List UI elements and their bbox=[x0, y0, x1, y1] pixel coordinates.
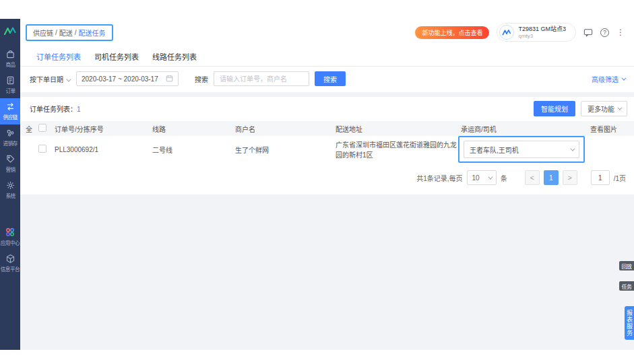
column-carrier-driver: 承运商/司机 bbox=[461, 124, 590, 134]
date-range-picker[interactable]: 2020-03-17 ~ 2020-03-17 bbox=[76, 71, 179, 86]
date-type-label: 按下单日期 bbox=[30, 76, 63, 83]
list-title: 订单任务列表：1 bbox=[30, 104, 81, 114]
column-line: 线路 bbox=[152, 124, 235, 134]
calendar-icon bbox=[166, 75, 173, 83]
row-checkbox[interactable] bbox=[38, 145, 46, 153]
bag-icon bbox=[5, 49, 15, 59]
tab-order-task-list[interactable]: 订单任务列表 bbox=[30, 46, 88, 66]
breadcrumb: 供应链 / 配送 / 配送任务 bbox=[26, 24, 113, 41]
search-button[interactable]: 搜索 bbox=[315, 71, 346, 86]
supply-chain-icon bbox=[5, 102, 15, 112]
column-order-no: 订单号/分拣序号 bbox=[55, 124, 152, 134]
sidebar-item-label: 订单 bbox=[5, 87, 15, 94]
new-feature-badge[interactable]: 新功能上线，点击查看 bbox=[415, 26, 489, 39]
page-jump-input[interactable] bbox=[591, 170, 610, 185]
user-name: T29831 GM站点3 bbox=[518, 26, 566, 33]
help-icon[interactable]: ? bbox=[600, 28, 609, 37]
chevron-down-icon bbox=[570, 146, 575, 151]
sidebar-item-supply-chain[interactable]: 供应链 bbox=[0, 98, 20, 124]
column-address: 配送地址 bbox=[336, 124, 461, 134]
sidebar: 商品 订单 供应链 bbox=[0, 19, 20, 350]
row-checkbox-cell bbox=[38, 145, 55, 154]
marketing-icon bbox=[5, 154, 15, 164]
pagination: 共1条记录,每页 10 条 < 1 > /1页 bbox=[20, 163, 634, 192]
row-order-no: PLL3000692/1 bbox=[55, 146, 152, 153]
breadcrumb-separator: / bbox=[75, 29, 77, 36]
carrier-driver-select[interactable]: 王者车队,王司机 bbox=[464, 141, 579, 158]
app-logo[interactable] bbox=[0, 19, 20, 46]
user-menu[interactable]: T29831 GM站点3 qmty3 bbox=[497, 23, 576, 42]
sidebar-item-label: 供应链 bbox=[3, 113, 17, 120]
topbar-right: 新功能上线，点击查看 T29831 GM站点3 qmty3 bbox=[415, 23, 625, 42]
table-header: 全 订单号/分拣序号 线路 商户名 配送地址 承运商/司机 查看图片 bbox=[20, 121, 634, 136]
sidebar-item-label: 系统 bbox=[5, 192, 15, 198]
date-type-dropdown[interactable]: 按下单日期 bbox=[30, 74, 69, 84]
breadcrumb-item-delivery-task[interactable]: 配送任务 bbox=[79, 28, 106, 38]
table-row: PLL3000692/1 二号线 生了个鲜网 广东省深圳市福田区莲花街道雅园的九… bbox=[20, 136, 634, 163]
row-address: 广东省深圳市福田区莲花街道雅园的九龙园的新村1区 bbox=[336, 139, 461, 159]
select-all-checkbox-cell bbox=[38, 124, 55, 133]
sidebar-item-label: 应用中心 bbox=[1, 239, 20, 246]
row-carrier-cell: 王者车队,王司机 bbox=[461, 136, 590, 163]
list-actions: 智能规划 更多功能 bbox=[534, 101, 627, 116]
column-view-photos: 查看图片 bbox=[590, 124, 629, 134]
more-options-icon[interactable]: ⋮ bbox=[616, 28, 625, 37]
sidebar-item-system[interactable]: 系统 bbox=[0, 177, 20, 203]
chevron-down-icon bbox=[488, 174, 493, 179]
inventory-icon bbox=[5, 128, 15, 138]
topbar: 供应链 / 配送 / 配送任务 新功能上线，点击查看 bbox=[20, 19, 634, 46]
search-label: 搜索 bbox=[195, 74, 208, 84]
main-area: 供应链 / 配送 / 配送任务 新功能上线，点击查看 bbox=[20, 19, 634, 350]
section-divider bbox=[20, 92, 634, 97]
page-size-select[interactable]: 10 bbox=[467, 170, 497, 185]
advanced-filter-toggle[interactable]: 高级筛选 bbox=[592, 74, 625, 84]
user-id: qmty3 bbox=[518, 33, 566, 39]
select-all-checkbox[interactable] bbox=[38, 124, 46, 132]
tab-route-task-list[interactable]: 线路任务列表 bbox=[146, 46, 203, 66]
playback-float-tab[interactable]: 回放 bbox=[619, 261, 634, 270]
sidebar-item-app-center[interactable]: 应用中心 bbox=[0, 223, 20, 250]
next-page-button[interactable]: > bbox=[563, 170, 577, 185]
column-merchant: 商户名 bbox=[235, 124, 336, 134]
chevron-down-icon bbox=[66, 77, 71, 81]
prev-page-button[interactable]: < bbox=[525, 170, 540, 185]
more-functions-button[interactable]: 更多功能 bbox=[581, 101, 627, 116]
chevron-down-icon bbox=[617, 106, 622, 110]
report-service-float-tab[interactable]: 报表服务 bbox=[625, 306, 634, 340]
logo-icon bbox=[3, 26, 17, 38]
sidebar-item-inventory[interactable]: 进销存 bbox=[0, 124, 20, 151]
task-float-tab[interactable]: 任务 bbox=[619, 281, 634, 291]
message-icon[interactable] bbox=[583, 28, 593, 37]
sidebar-item-marketing[interactable]: 营销 bbox=[0, 151, 20, 177]
sidebar-item-orders[interactable]: 订单 bbox=[0, 72, 20, 98]
row-line: 二号线 bbox=[152, 145, 235, 155]
smart-plan-button[interactable]: 智能规划 bbox=[534, 101, 575, 116]
sidebar-item-label: 信息平台 bbox=[1, 265, 20, 272]
sidebar-item-goods[interactable]: 商品 bbox=[0, 46, 20, 72]
chevron-down-icon bbox=[621, 75, 626, 80]
row-merchant: 生了个鲜网 bbox=[235, 145, 336, 155]
date-range-value: 2020-03-17 ~ 2020-03-17 bbox=[82, 75, 158, 83]
pagination-total-text: 共1条记录,每页 bbox=[416, 173, 462, 183]
breadcrumb-item-delivery[interactable]: 配送 bbox=[59, 28, 73, 38]
carrier-highlight-box: 王者车队,王司机 bbox=[458, 136, 585, 163]
app-center-icon bbox=[5, 227, 15, 238]
breadcrumb-item-supply-chain[interactable]: 供应链 bbox=[33, 28, 53, 38]
search-input[interactable] bbox=[214, 71, 309, 86]
page-size-value: 10 bbox=[472, 174, 480, 182]
column-select-all-label: 全 bbox=[26, 124, 38, 134]
current-page-button[interactable]: 1 bbox=[544, 170, 559, 185]
order-task-list-card: 订单任务列表：1 智能规划 更多功能 全 订单号/分拣序号 线路 商户名 bbox=[20, 97, 634, 194]
list-count: 1 bbox=[77, 106, 81, 113]
cube-icon bbox=[5, 254, 15, 264]
carrier-driver-value: 王者车队,王司机 bbox=[470, 145, 519, 155]
breadcrumb-separator: / bbox=[55, 29, 57, 36]
total-pages-text: /1页 bbox=[614, 173, 626, 183]
filter-card: 订单任务列表 司机任务列表 线路任务列表 按下单日期 2020-03-17 ~ … bbox=[20, 46, 634, 92]
tab-driver-task-list[interactable]: 司机任务列表 bbox=[88, 46, 146, 66]
task-tabs: 订单任务列表 司机任务列表 线路任务列表 bbox=[20, 46, 634, 67]
sidebar-item-info-platform[interactable]: 信息平台 bbox=[0, 250, 20, 277]
screen: 商品 订单 供应链 bbox=[0, 0, 634, 364]
pagination-unit: 条 bbox=[501, 173, 507, 183]
advanced-filter-label: 高级筛选 bbox=[592, 74, 619, 84]
